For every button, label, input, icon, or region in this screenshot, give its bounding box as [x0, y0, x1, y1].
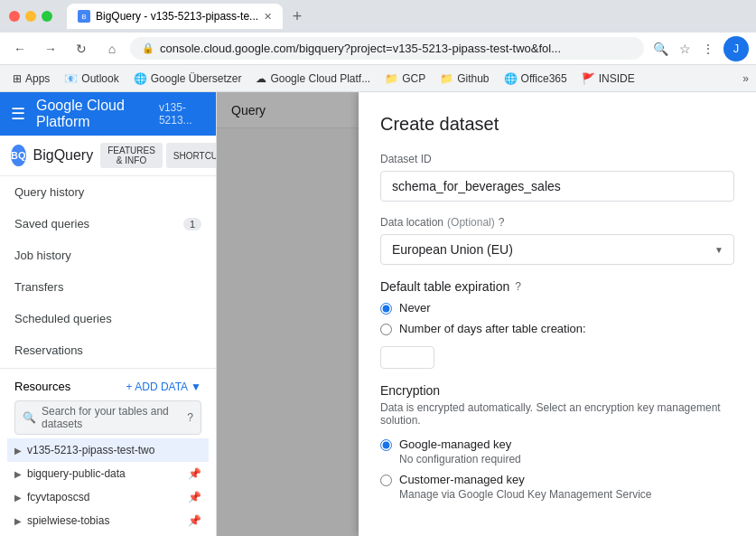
minimize-button[interactable]	[25, 11, 36, 22]
add-data-arrow: ▼	[191, 381, 201, 393]
pin-icon: 📌	[188, 467, 201, 480]
encryption-section: Encryption Data is encrypted automatical…	[380, 383, 734, 501]
sidebar-item-saved-queries[interactable]: Saved queries 1	[0, 208, 216, 240]
customer-managed-radio[interactable]	[380, 475, 392, 486]
google-managed-key-option: Google-managed key No configuration requ…	[380, 437, 734, 465]
google-managed-radio[interactable]	[380, 439, 392, 451]
resource-item-fcyvtaposcsd[interactable]: ▶ fcyvtaposcsd 📌	[7, 485, 209, 509]
resource-list: ▶ v135-5213-pipass-test-two ▶ bigquery-p…	[7, 438, 209, 529]
forward-button[interactable]: →	[38, 36, 63, 61]
back-button[interactable]: ←	[7, 36, 33, 61]
new-tab-button[interactable]: +	[286, 5, 308, 27]
google-managed-label[interactable]: Google-managed key	[399, 437, 511, 451]
resources-header: Resources + ADD DATA ▼	[7, 376, 209, 397]
bq-nav-buttons: FEATURES & INFO SHORTCU...	[100, 143, 217, 168]
google-translate-bookmark[interactable]: 🌐 Google Übersetzer	[128, 71, 247, 87]
project-selector[interactable]: v135-5213...	[159, 101, 205, 127]
modal-overlay: Create dataset Dataset ID Data location …	[217, 92, 756, 536]
profile-avatar[interactable]: J	[723, 36, 749, 61]
search-placeholder: Search for your tables and datasets	[42, 405, 182, 430]
add-data-button[interactable]: + ADD DATA ▼	[126, 381, 201, 393]
modal-title: Create dataset	[380, 114, 734, 135]
sidebar-item-scheduled-queries[interactable]: Scheduled queries	[0, 303, 216, 334]
resources-search-box[interactable]: 🔍 Search for your tables and datasets ?	[14, 400, 201, 435]
translate-icon: 🌐	[134, 72, 147, 85]
dataset-id-input[interactable]	[380, 171, 734, 202]
bigquery-title: BigQuery	[33, 147, 94, 164]
close-button[interactable]	[9, 11, 20, 22]
url-bar[interactable]: 🔒 console.cloud.google.com/bigquery?proj…	[130, 37, 644, 60]
star-icon[interactable]: ☆	[676, 38, 695, 60]
search-icon: 🔍	[23, 411, 36, 424]
resources-section: Resources + ADD DATA ▼ 🔍 Search for your…	[0, 368, 216, 536]
transfers-label: Transfers	[14, 280, 63, 294]
never-radio-label[interactable]: Never	[399, 301, 431, 315]
saved-queries-badge: 1	[183, 218, 201, 230]
url-text: console.cloud.google.com/bigquery?projec…	[160, 42, 561, 55]
sidebar-header: ☰ Google Cloud Platform v135-5213...	[0, 92, 216, 136]
gcp-bookmark[interactable]: 📁 GCP	[379, 71, 431, 87]
gcp-platform-bookmark[interactable]: ☁ Google Cloud Platf...	[250, 71, 376, 87]
more-options-icon[interactable]: ⋮	[698, 38, 718, 60]
features-info-button[interactable]: FEATURES & INFO	[100, 143, 163, 168]
help-icon: ?	[187, 411, 193, 424]
sidebar-nav: Query history Saved queries 1 Job histor…	[0, 176, 216, 368]
content-area: Query Create dataset Dataset ID Data loc…	[217, 92, 756, 536]
sidebar-item-transfers[interactable]: Transfers	[0, 271, 216, 303]
data-location-help-icon[interactable]: ?	[499, 216, 505, 229]
dataset-id-group: Dataset ID	[380, 153, 734, 202]
reservations-label: Reservations	[14, 343, 83, 357]
encryption-desc: Data is encrypted automatically. Select …	[380, 401, 734, 427]
customer-managed-label[interactable]: Customer-managed key	[399, 473, 525, 486]
days-radio-label[interactable]: Number of days after table creation:	[399, 322, 586, 335]
sidebar-item-job-history[interactable]: Job history	[0, 240, 216, 271]
maximize-button[interactable]	[42, 11, 52, 22]
job-history-label: Job history	[14, 249, 71, 262]
expand-arrow-icon: ▶	[14, 446, 22, 456]
home-button[interactable]: ⌂	[99, 36, 125, 61]
resource-item-project-test[interactable]: ▶ v135-5213-pipass-test-two	[7, 438, 209, 462]
outlook-bookmark[interactable]: 📧 Outlook	[59, 71, 124, 87]
days-input[interactable]	[380, 346, 434, 369]
saved-queries-label: Saved queries	[14, 217, 89, 230]
hamburger-icon[interactable]: ☰	[11, 104, 25, 124]
sidebar-item-reservations[interactable]: Reservations	[0, 334, 216, 366]
search-icon[interactable]: 🔍	[649, 38, 672, 60]
bigquery-header: BQ BigQuery FEATURES & INFO SHORTCU...	[0, 136, 216, 176]
tab-title: BigQuery - v135-5213-pipass-te...	[96, 10, 258, 23]
expiration-help-icon[interactable]: ?	[515, 280, 521, 293]
expand-arrow-icon: ▶	[14, 493, 22, 503]
translate-label: Google Übersetzer	[151, 72, 242, 85]
bookmarks-bar: ⊞ Apps 📧 Outlook 🌐 Google Übersetzer ☁ G…	[0, 65, 756, 92]
customer-managed-key-option: Customer-managed key Manage via Google C…	[380, 473, 734, 501]
never-radio-option: Never	[380, 301, 734, 315]
data-location-select[interactable]: European Union (EU) United States (US) a…	[380, 234, 734, 265]
main-layout: ☰ Google Cloud Platform v135-5213... BQ …	[0, 92, 756, 536]
sidebar-item-query-history[interactable]: Query history	[0, 176, 216, 208]
customer-managed-sublabel: Manage via Google Cloud Key Management S…	[399, 488, 652, 501]
address-bar: ← → ↻ ⌂ 🔒 console.cloud.google.com/bigqu…	[0, 33, 756, 65]
outlook-icon: 📧	[64, 72, 78, 85]
gcp-platform-label: Google Cloud Platf...	[270, 72, 370, 85]
apps-bookmark[interactable]: ⊞ Apps	[7, 71, 55, 87]
resource-item-public-data[interactable]: ▶ bigquery-public-data 📌	[7, 462, 209, 485]
shortcuts-button[interactable]: SHORTCU...	[166, 143, 217, 168]
more-bookmarks-button[interactable]: »	[742, 72, 749, 85]
scheduled-queries-label: Scheduled queries	[14, 312, 112, 325]
resource-name: bigquery-public-data	[27, 467, 182, 480]
apps-icon: ⊞	[13, 72, 22, 85]
days-radio-input[interactable]	[380, 324, 392, 335]
github-label: Github	[457, 72, 489, 85]
tab-close-icon[interactable]: ✕	[264, 11, 272, 23]
office365-bookmark[interactable]: 🌐 Office365	[499, 71, 573, 87]
table-expiration-group: Default table expiration ? Never Number …	[380, 279, 734, 369]
dataset-id-label: Dataset ID	[380, 153, 734, 165]
resource-item-spielwiese[interactable]: ▶ spielwiese-tobias 📌	[7, 509, 209, 529]
reload-button[interactable]: ↻	[69, 36, 94, 61]
active-tab[interactable]: B BigQuery - v135-5213-pipass-te... ✕	[67, 4, 283, 29]
never-radio-input[interactable]	[380, 303, 392, 315]
address-bar-icons: 🔍 ☆ ⋮	[649, 38, 718, 60]
folder-icon: 📁	[385, 72, 398, 85]
github-bookmark[interactable]: 📁 Github	[434, 71, 494, 87]
inside-bookmark[interactable]: 🚩 INSIDE	[576, 71, 640, 87]
